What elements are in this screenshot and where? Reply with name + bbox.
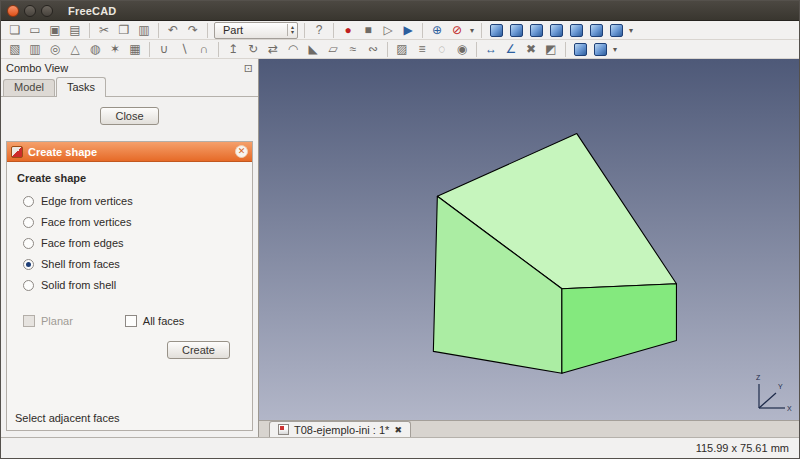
boolean-intersection-icon[interactable]: ∩ <box>194 41 214 58</box>
dock-icon[interactable]: ⊡ <box>244 62 253 75</box>
axonometric-view-icon <box>490 24 503 37</box>
radio-face-from-vertices[interactable]: Face from vertices <box>23 216 244 228</box>
view-tools-caret-icon[interactable]: ▾ <box>610 45 620 54</box>
cylinder-icon[interactable]: ▥ <box>25 41 45 58</box>
boolean-cut-icon[interactable]: ∖ <box>174 41 194 58</box>
paste-icon[interactable]: ▥ <box>134 22 154 39</box>
new-document-icon[interactable]: ❏ <box>5 22 25 39</box>
save-document-icon[interactable]: ▣ <box>45 22 65 39</box>
radio-icon <box>23 196 34 207</box>
fillet-icon[interactable]: ◠ <box>283 41 303 58</box>
box-icon[interactable]: ▧ <box>5 41 25 58</box>
whats-this-icon[interactable]: ? <box>309 22 329 39</box>
draw-style-caret-icon[interactable]: ▾ <box>467 26 477 35</box>
toolbar-row-1: ❏▭▣▤✂❐▥↶↷Part▴▾?●■▷▶⊕⊘▾▾ <box>1 21 799 40</box>
left-view-icon[interactable] <box>606 22 626 39</box>
freecad-window: FreeCAD ❏▭▣▤✂❐▥↶↷Part▴▾?●■▷▶⊕⊘▾▾ ▧▥◎△◍✶▦… <box>0 0 800 459</box>
measure-linear-icon[interactable]: ↔ <box>481 41 501 58</box>
solid-face-right[interactable] <box>562 284 677 374</box>
close-task-button[interactable]: Close <box>100 107 158 125</box>
front-view-icon[interactable] <box>506 22 526 39</box>
bottom-view-icon[interactable] <box>586 22 606 39</box>
solid-shape[interactable] <box>259 59 799 420</box>
revolve-icon[interactable]: ↻ <box>243 41 263 58</box>
axis-z-label: Z <box>756 374 761 381</box>
radio-label: Face from edges <box>41 237 124 249</box>
radio-face-from-edges[interactable]: Face from edges <box>23 237 244 249</box>
print-icon[interactable]: ▤ <box>65 22 85 39</box>
boolean-union-icon[interactable]: ∪ <box>154 41 174 58</box>
toolbar-separator <box>89 23 90 38</box>
section-title: Create shape <box>17 172 244 184</box>
workbench-spinner-icon[interactable]: ▴▾ <box>287 24 297 36</box>
extrude-icon[interactable]: ↥ <box>223 41 243 58</box>
radio-icon <box>23 238 34 249</box>
copy-icon[interactable]: ❐ <box>114 22 134 39</box>
shape-builder-icon[interactable]: ▦ <box>125 41 145 58</box>
view-tool-icon-1[interactable] <box>570 41 590 58</box>
thickness-icon[interactable]: ◉ <box>452 41 472 58</box>
undo-icon[interactable]: ↶ <box>163 22 183 39</box>
section-icon[interactable]: ▨ <box>392 41 412 58</box>
dimensions-readout: 115.99 x 75.61 mm <box>696 442 789 454</box>
bottom-view-icon <box>590 24 603 37</box>
toolbar-separator <box>207 23 208 38</box>
loft-icon[interactable]: ≈ <box>343 41 363 58</box>
front-view-icon <box>510 24 523 37</box>
cone-icon[interactable]: △ <box>65 41 85 58</box>
redo-icon[interactable]: ↷ <box>183 22 203 39</box>
document-tab-label: T08-ejemplo-ini : 1* <box>294 424 389 436</box>
cross-sections-icon[interactable]: ≡ <box>412 41 432 58</box>
titlebar[interactable]: FreeCAD <box>1 1 799 21</box>
macro-debug-icon[interactable]: ▷ <box>378 22 398 39</box>
document-tab-bar: T08-ejemplo-ini : 1* ✖ <box>259 420 799 437</box>
chamfer-icon[interactable]: ◣ <box>303 41 323 58</box>
status-bar: 115.99 x 75.61 mm <box>1 437 799 458</box>
3d-viewport[interactable]: Z X Y <box>259 59 799 420</box>
torus-icon[interactable]: ◍ <box>85 41 105 58</box>
task-header-title: Create shape <box>28 146 230 158</box>
toolbar-separator <box>481 23 482 38</box>
measure-angular-icon[interactable]: ∠ <box>501 41 521 58</box>
draw-style-icon[interactable]: ⊘ <box>447 22 467 39</box>
task-close-icon[interactable]: ✕ <box>235 145 248 158</box>
workbench-selector[interactable]: Part▴▾ <box>214 22 298 39</box>
top-view-icon[interactable] <box>526 22 546 39</box>
offset-icon[interactable]: ◌ <box>432 41 452 58</box>
window-maximize-button[interactable] <box>41 5 53 17</box>
axonometric-view-icon[interactable] <box>486 22 506 39</box>
rear-view-icon[interactable] <box>566 22 586 39</box>
view-tool-icon-1 <box>574 43 587 56</box>
sweep-icon[interactable]: ∾ <box>363 41 383 58</box>
create-primitives-icon[interactable]: ✶ <box>105 41 125 58</box>
window-minimize-button[interactable] <box>24 5 36 17</box>
macro-stop-icon[interactable]: ■ <box>358 22 378 39</box>
tab-model[interactable]: Model <box>3 79 55 96</box>
sphere-icon[interactable]: ◎ <box>45 41 65 58</box>
view-tool-icon-2 <box>594 43 607 56</box>
workbench-selected-value: Part <box>215 24 287 36</box>
radio-icon <box>23 280 34 291</box>
axis-x-label: X <box>787 405 792 412</box>
tab-tasks[interactable]: Tasks <box>56 77 106 97</box>
right-view-icon[interactable] <box>546 22 566 39</box>
toolbar-separator <box>476 42 477 57</box>
radio-edge-from-vertices[interactable]: Edge from vertices <box>23 195 244 207</box>
task-hint-text: Select adjacent faces <box>7 406 252 430</box>
fit-all-icon[interactable]: ⊕ <box>427 22 447 39</box>
view-tool-icon-2[interactable] <box>590 41 610 58</box>
macro-record-icon[interactable]: ● <box>338 22 358 39</box>
toggle-measurement-icon[interactable]: ◩ <box>541 41 561 58</box>
mirror-icon[interactable]: ⇄ <box>263 41 283 58</box>
radio-shell-from-faces[interactable]: Shell from faces <box>23 258 244 270</box>
combo-view-tabs: Model Tasks <box>1 77 258 97</box>
open-document-icon[interactable]: ▭ <box>25 22 45 39</box>
clear-measurement-icon[interactable]: ✖ <box>521 41 541 58</box>
cut-icon[interactable]: ✂ <box>94 22 114 39</box>
document-tab-close-icon[interactable]: ✖ <box>394 425 402 435</box>
macro-execute-icon[interactable]: ▶ <box>398 22 418 39</box>
ruled-surface-icon[interactable]: ▱ <box>323 41 343 58</box>
views-caret-icon[interactable]: ▾ <box>626 26 636 35</box>
document-tab[interactable]: T08-ejemplo-ini : 1* ✖ <box>269 421 411 437</box>
window-close-button[interactable] <box>7 5 19 17</box>
